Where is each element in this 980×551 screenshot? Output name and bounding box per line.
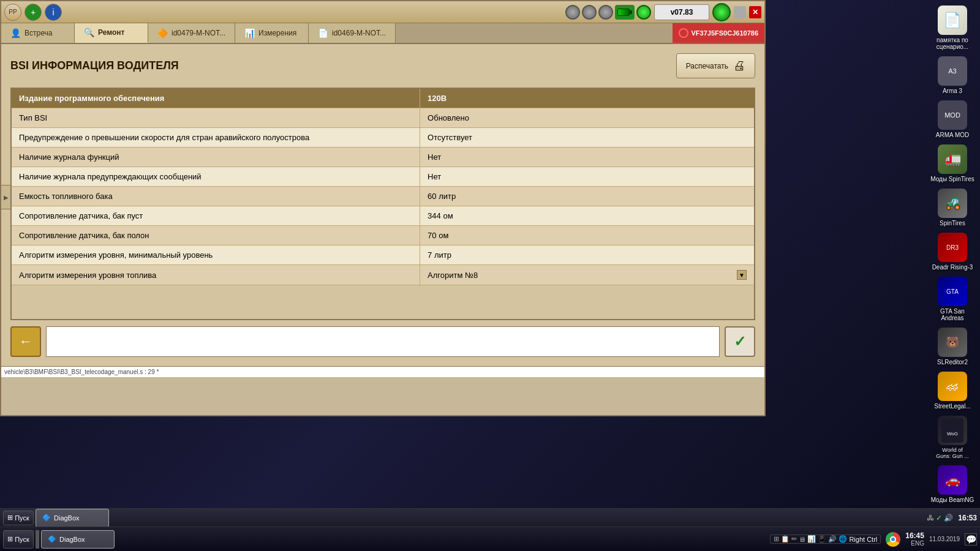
tray-icon-net: 🖧 <box>927 514 934 522</box>
data-table-scroll[interactable]: Издание программного обеспечения 120B Ти… <box>12 89 754 319</box>
tab-remont-label: Ремонт <box>98 28 124 37</box>
table-row: Емкость топливного бака 60 литр <box>12 187 754 206</box>
content-header: BSI ИНФОРМАЦИЯ ВОДИТЕЛЯ Распечатать 🖨 <box>10 53 755 78</box>
toolbar-add-btn[interactable]: + <box>24 4 42 21</box>
dr3-icon: DR3 <box>938 233 967 262</box>
desktop-icon-armamod[interactable]: MOD ARMA MOD <box>928 98 977 141</box>
table-cell-param: Алгоритм измерения уровня топлива <box>12 265 420 285</box>
battery-indicator <box>615 5 635 20</box>
page-title: BSI ИНФОРМАЦИЯ ВОДИТЕЛЯ <box>10 59 179 72</box>
chrome-icon[interactable] <box>886 532 900 547</box>
taskbar-diagbox[interactable]: 🔷 DiagBox <box>41 530 115 549</box>
table-row: Алгоритм измерения уровня топлива Алгори… <box>12 265 754 285</box>
back-arrow-icon: ← <box>19 334 32 350</box>
print-button[interactable]: Распечатать 🖨 <box>676 53 755 78</box>
minimize-btn[interactable] <box>734 6 746 18</box>
table-cell-value: 70 ом <box>420 226 754 246</box>
desktop-icon-beamng-mods-label: Моды BeamNG <box>931 497 974 503</box>
diagbox-icon: 🔷 <box>48 535 56 543</box>
diagbox-label-2: DiagBox <box>54 514 80 522</box>
desktop-icon-beamng-mods[interactable]: 🚗 Моды BeamNG <box>928 463 977 506</box>
app-window: PP + i v07.83 ✕ <box>0 0 766 416</box>
printer-icon: 🖨 <box>733 59 745 73</box>
side-panel-toggle[interactable]: ▶ <box>1 185 11 209</box>
desktop-icon-wog[interactable]: WoG World ofGuns: Gun ... <box>928 413 977 462</box>
desktop-icon-gta[interactable]: GTA GTA San Andreas <box>928 274 977 324</box>
lang-display: ENG <box>905 540 924 547</box>
table-cell-value: 60 литр <box>420 187 754 206</box>
tray-area: ⊞ 📋 ✏ 🖥 📊 📱 🔊 🌐 Right Ctrl <box>770 534 881 544</box>
bottom-bar: ← ✓ <box>10 326 755 357</box>
desktop-icon-spintires-mods-label: Моды SpinTires <box>930 176 974 182</box>
notification-icon[interactable]: 💬 <box>965 533 977 545</box>
desktop-icon-dr3-label: Deadr Rising-3 <box>932 264 973 271</box>
tab-izmerenia[interactable]: 📊 Измерения <box>235 23 309 43</box>
status-input <box>46 326 720 357</box>
confirm-button[interactable]: ✓ <box>725 326 755 357</box>
vehicle-id: VF37J5FS0CJ610786 <box>692 29 758 37</box>
vehicle-badge: VF37J5FS0CJ610786 <box>673 23 764 43</box>
desktop-icon-spintires-label: SpinTires <box>940 220 965 227</box>
indicator-3 <box>598 5 613 20</box>
tray-icon-5: 📊 <box>807 535 816 543</box>
close-btn[interactable]: ✕ <box>749 6 761 18</box>
dropdown-icon[interactable]: ▼ <box>737 270 747 280</box>
tab-izmerenia-label: Измерения <box>258 29 296 37</box>
tab-vstrecha[interactable]: 👤 Встреча <box>1 23 75 43</box>
table-cell-value-text: Алгоритм №8 <box>428 271 478 280</box>
clock: 16:45 ENG <box>905 531 924 547</box>
desktop-icon-notes[interactable]: 📄 памятка по сценарио... <box>928 3 977 53</box>
table-cell-param: Издание программного обеспечения <box>12 89 420 108</box>
taskbar-primary: ⊞ Пуск 🔷 DiagBox ⊞ 📋 ✏ 🖥 📊 📱 🔊 🌐 Right C… <box>0 527 980 551</box>
desktop-icon-dr3[interactable]: DR3 Deadr Rising-3 <box>928 230 977 273</box>
taskbar-secondary: ⊞ Пуск 🔷 DiagBox 🖧 ✓ 🔊 16:53 <box>0 508 980 527</box>
desktop-icon-arma3-label: Arma 3 <box>943 88 962 94</box>
time-display-2: 16:53 <box>958 514 977 522</box>
diagbox-label: DiagBox <box>59 536 85 543</box>
start-label: Пуск <box>15 536 29 543</box>
notes-icon: 📄 <box>938 6 967 35</box>
tray-icon-4: 🖥 <box>799 536 805 543</box>
desktop-icon-spintires[interactable]: 🚜 SpinTires <box>928 186 977 229</box>
table-row: Тип BSI Обновлено <box>12 108 754 128</box>
table-cell-value: Алгоритм №8 ▼ <box>420 265 754 285</box>
start-btn-2[interactable]: ⊞ Пуск <box>3 511 34 525</box>
data-table: Издание программного обеспечения 120B Ти… <box>12 89 754 285</box>
tray-icon-6: 📱 <box>818 535 826 543</box>
tab-vstrecha-label: Встреча <box>24 29 52 37</box>
time-display: 16:45 <box>905 531 924 540</box>
tab-id0469[interactable]: 📄 id0469-M-NOT... <box>309 23 396 43</box>
table-cell-param: Предупреждение о превышении скорости для… <box>12 128 420 148</box>
table-cell-value: Нет <box>420 148 754 167</box>
spintires-icon: 🚜 <box>938 189 967 218</box>
tab-id0479[interactable]: 🔶 id0479-M-NOT... <box>148 23 235 43</box>
start-btn[interactable]: ⊞ Пуск <box>3 530 34 549</box>
tray-icon-green: ✓ <box>936 514 942 522</box>
table-row: Алгоритм измерения уровня, минимальный у… <box>12 246 754 265</box>
desktop-icon-gta-label: GTA San Andreas <box>930 308 974 321</box>
tab-vstrecha-icon: 👤 <box>10 28 21 38</box>
table-cell-value: 344 ом <box>420 206 754 226</box>
tab-remont-icon: 🔍 <box>84 28 94 37</box>
desktop-icon-arma3[interactable]: A3 Arma 3 <box>928 54 977 97</box>
table-row: Предупреждение о превышении скорости для… <box>12 128 754 148</box>
print-button-label: Распечатать <box>686 62 728 70</box>
tray-icon-8: 🌐 <box>839 535 847 543</box>
tab-izmerenia-icon: 📊 <box>244 28 255 38</box>
back-button[interactable]: ← <box>10 326 41 357</box>
windows-icon-2: ⊞ <box>7 514 13 522</box>
desktop-icon-streetlegal[interactable]: 🏎 StreetLegal... <box>928 369 977 412</box>
tab-remont[interactable]: 🔍 Ремонт <box>75 23 148 43</box>
toolbar-logo-btn[interactable]: PP <box>4 4 21 21</box>
tray-area-2: 🖧 ✓ 🔊 <box>927 514 953 522</box>
tab-id0469-label: id0469-M-NOT... <box>332 29 386 37</box>
wog-icon: WoG <box>938 416 967 445</box>
desktop-icon-spintires-mods[interactable]: 🚛 Моды SpinTires <box>928 142 977 185</box>
toolbar-info-btn[interactable]: i <box>45 4 62 21</box>
table-row: Наличие журнала функций Нет <box>12 148 754 167</box>
desktop-icon-slr[interactable]: 🐻 SLReditor2 <box>928 325 977 368</box>
taskbar-diagbox-2[interactable]: 🔷 DiagBox <box>36 509 109 527</box>
table-cell-param: Тип BSI <box>12 108 420 128</box>
connect-btn[interactable] <box>712 3 731 21</box>
desktop-icon-slr-label: SLReditor2 <box>937 359 968 365</box>
